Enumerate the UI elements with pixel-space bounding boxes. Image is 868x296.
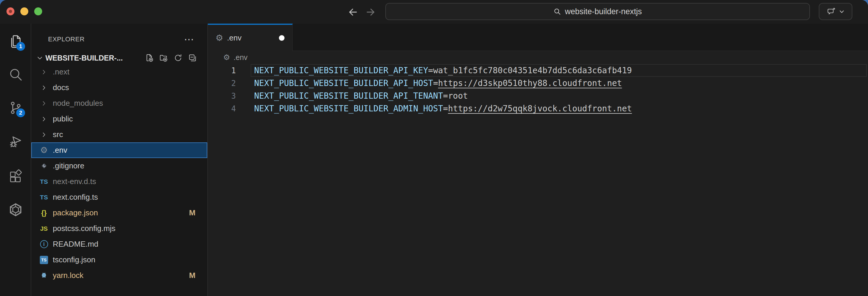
vscode-window: website-builder-nextjs 1	[0, 0, 868, 296]
tree-folder-src[interactable]: src	[31, 127, 207, 142]
tab-bar: ⚙ .env	[208, 24, 868, 51]
sidebar-title: EXPLORER	[48, 35, 85, 43]
copilot-chat-icon	[827, 7, 836, 16]
chevron-right-icon	[40, 100, 48, 107]
url-link[interactable]: https://d3skp0510thy88.cloudfront.net	[438, 78, 622, 88]
typescript-icon: TS	[40, 194, 48, 201]
copilot-chat-button[interactable]	[819, 3, 852, 20]
minimize-button[interactable]	[20, 7, 28, 16]
new-folder-icon[interactable]	[159, 54, 168, 62]
activity-run-debug-button[interactable]	[8, 134, 23, 149]
chevron-right-icon	[40, 84, 48, 91]
breadcrumb[interactable]: ⚙ .env	[208, 51, 868, 63]
tree-file-yarn-lock[interactable]: yarn.lock M	[31, 268, 207, 283]
tree-file-env[interactable]: ⚙ .env	[31, 142, 207, 158]
close-button[interactable]	[6, 7, 14, 16]
command-center-search[interactable]: website-builder-nextjs	[385, 3, 810, 20]
extensions-icon	[8, 169, 23, 184]
breadcrumb-item[interactable]: .env	[234, 53, 247, 62]
explorer-actions	[145, 54, 197, 62]
file-tree: .next docs node_modules public src	[31, 64, 207, 283]
explorer-badge: 1	[16, 42, 25, 51]
workspace-section-header[interactable]: WEBSITE-BUILDER-...	[31, 52, 207, 64]
editor-group: ⚙ .env ⚙ .env 1 NEXT_PUBLIC_WEBSITE_BUIL…	[208, 24, 868, 296]
tree-folder-docs[interactable]: docs	[31, 80, 207, 96]
activity-search-button[interactable]	[8, 67, 23, 82]
line-number: 2	[208, 79, 236, 88]
typescript-icon: TS	[40, 178, 48, 185]
tree-file-postcss-config-mjs[interactable]: JS postcss.config.mjs	[31, 221, 207, 236]
search-icon	[553, 8, 561, 16]
workspace-name: WEBSITE-BUILDER-...	[45, 54, 123, 62]
tree-file-readme-md[interactable]: i README.md	[31, 236, 207, 252]
git-modified-badge: M	[189, 208, 195, 217]
url-link[interactable]: https://d2w75qqk8jvock.cloudfront.net	[448, 104, 632, 113]
line-number: 3	[208, 91, 236, 101]
forward-arrow-icon[interactable]	[365, 6, 376, 18]
chevron-right-icon	[40, 69, 48, 75]
git-icon	[40, 162, 48, 170]
json-braces-icon: {}	[40, 209, 48, 217]
tree-folder-next[interactable]: .next	[31, 64, 207, 80]
source-control-badge: 2	[16, 108, 25, 117]
code-line-1[interactable]: 1 NEXT_PUBLIC_WEBSITE_BUILDER_API_KEY=wa…	[208, 64, 868, 77]
tree-folder-public[interactable]: public	[31, 111, 207, 127]
chevron-right-icon	[40, 131, 48, 138]
tab-label: .env	[227, 33, 242, 43]
yarn-icon	[40, 272, 48, 279]
gear-icon: ⚙	[216, 34, 223, 42]
gear-icon: ⚙	[223, 53, 230, 61]
tree-file-gitignore[interactable]: .gitignore	[31, 158, 207, 174]
tsconfig-icon: TS	[40, 256, 48, 264]
refresh-icon[interactable]	[174, 54, 182, 62]
tree-file-tsconfig-json[interactable]: TS tsconfig.json	[31, 252, 207, 268]
activity-source-control-button[interactable]: 2	[8, 100, 23, 115]
code-line-3[interactable]: 3 NEXT_PUBLIC_WEBSITE_BUILDER_API_TENANT…	[208, 89, 868, 102]
code-line-2[interactable]: 2 NEXT_PUBLIC_WEBSITE_BUILDER_API_HOST=h…	[208, 77, 868, 89]
more-actions-icon[interactable]: ⋯	[184, 38, 194, 41]
zoom-button[interactable]	[34, 7, 42, 16]
activity-explorer-button[interactable]: 1	[8, 34, 23, 49]
activity-bar: 1 2	[0, 24, 31, 296]
search-icon	[8, 67, 23, 82]
info-icon: i	[40, 240, 48, 248]
tree-file-next-config-ts[interactable]: TS next.config.ts	[31, 189, 207, 205]
activity-extensions-button[interactable]	[8, 169, 23, 184]
git-modified-badge: M	[189, 271, 195, 280]
line-number: 4	[208, 104, 236, 113]
back-arrow-icon[interactable]	[347, 6, 359, 18]
javascript-icon: JS	[40, 225, 48, 232]
collapse-all-icon[interactable]	[188, 54, 197, 62]
hexagon-extension-icon	[8, 202, 23, 217]
unsaved-changes-dot[interactable]	[279, 35, 284, 41]
sidebar-header: EXPLORER ⋯	[31, 24, 207, 52]
traffic-lights	[6, 7, 42, 16]
run-debug-icon	[8, 134, 23, 149]
tree-file-next-env-d-ts[interactable]: TS next-env.d.ts	[31, 174, 207, 189]
code-line-4[interactable]: 4 NEXT_PUBLIC_WEBSITE_BUILDER_ADMIN_HOST…	[208, 102, 868, 115]
tree-folder-node-modules[interactable]: node_modules	[31, 96, 207, 111]
line-number: 1	[208, 66, 236, 75]
tab-env[interactable]: ⚙ .env	[208, 24, 293, 51]
chevron-right-icon	[40, 116, 48, 122]
new-file-icon[interactable]	[145, 54, 153, 62]
activity-hexagon-extension-button[interactable]	[8, 202, 23, 217]
gear-icon: ⚙	[40, 146, 48, 155]
explorer-sidebar: EXPLORER ⋯ WEBSITE-BUILDER-...	[31, 24, 208, 296]
code-editor[interactable]: 1 NEXT_PUBLIC_WEBSITE_BUILDER_API_KEY=wa…	[208, 63, 868, 115]
title-bar: website-builder-nextjs	[0, 0, 868, 24]
tree-file-package-json[interactable]: {} package.json M	[31, 205, 207, 221]
chevron-down-icon	[36, 54, 44, 62]
command-center-text: website-builder-nextjs	[565, 7, 642, 16]
chevron-down-icon	[839, 8, 845, 15]
